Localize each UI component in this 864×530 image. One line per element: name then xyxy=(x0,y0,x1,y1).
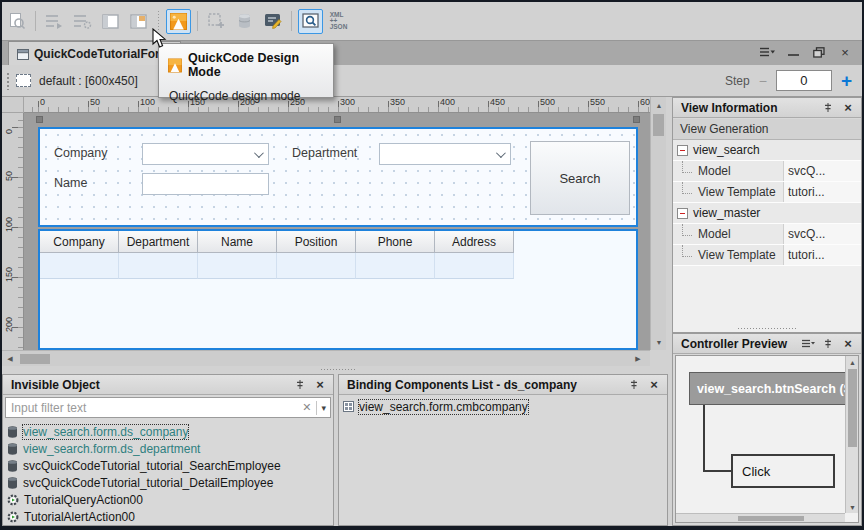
search-div-component[interactable]: Company Department Name Search xyxy=(38,127,638,227)
row-value[interactable]: tutori... xyxy=(783,182,861,202)
restore-icon[interactable] xyxy=(810,44,828,60)
panel-layout-icon[interactable] xyxy=(98,9,123,34)
close-icon[interactable]: × xyxy=(840,337,856,351)
object-label: TutorialAlertAction00 xyxy=(24,510,135,524)
splitter-grip xyxy=(320,368,356,372)
close-icon[interactable]: × xyxy=(312,378,328,392)
grid-column-header[interactable]: Name xyxy=(198,231,277,253)
controller-node[interactable]: view_search.btnSearch (Se xyxy=(689,372,847,405)
form-design-canvas[interactable]: Company Department Name Search Company D… xyxy=(24,113,650,350)
row-value[interactable]: svcQ... xyxy=(783,224,861,244)
grid-column-header[interactable]: Company xyxy=(40,231,119,253)
toolbar-separator xyxy=(291,11,292,31)
pin-icon[interactable] xyxy=(820,337,836,351)
panel-resize-grip[interactable] xyxy=(737,327,797,330)
collapse-icon[interactable] xyxy=(677,145,688,156)
dataset-icon xyxy=(7,477,18,489)
click-event-node[interactable]: Click xyxy=(731,454,835,488)
quickcode-mode-button[interactable] xyxy=(166,9,191,34)
scrollbar-thumb[interactable] xyxy=(20,354,50,364)
horizontal-splitter[interactable] xyxy=(2,366,668,374)
controller-preview-diagram: view_search.btnSearch (Se Click ▲ ▼ xyxy=(675,355,859,523)
resize-handle[interactable] xyxy=(334,116,341,123)
zoom-inspect-icon[interactable] xyxy=(298,9,323,34)
resize-handle[interactable] xyxy=(36,116,43,123)
database-icon[interactable] xyxy=(232,9,257,34)
scroll-up-icon[interactable]: ▲ xyxy=(846,356,859,368)
step-value-input[interactable] xyxy=(776,70,832,91)
grid-column-header[interactable]: Phone xyxy=(356,231,435,253)
tab-menu-icon[interactable] xyxy=(758,44,776,60)
preview-horizontal-scrollbar[interactable] xyxy=(676,513,845,522)
panel-title: View Information xyxy=(681,101,777,115)
row-value[interactable]: svcQ... xyxy=(783,161,861,181)
tree-row-view-template[interactable]: View Template tutori... xyxy=(673,182,861,203)
layout-selection-icon[interactable] xyxy=(16,74,31,87)
list-item[interactable]: view_search.form.cmbcompany xyxy=(341,398,665,415)
scroll-left-icon[interactable]: ◀ xyxy=(2,351,18,367)
scrollbar-thumb[interactable] xyxy=(653,114,664,136)
step-increment-button[interactable]: + xyxy=(841,73,852,89)
list-item[interactable]: view_search.form.ds_department xyxy=(5,440,331,457)
list-item[interactable]: TutorialQueryAction00 xyxy=(5,491,331,508)
list-item[interactable]: svcQuickCodeTutorial_tutorial_SearchEmpl… xyxy=(5,457,331,474)
tree-row-model[interactable]: Model svcQ... xyxy=(673,224,861,245)
step-label: Step xyxy=(725,74,750,88)
vruler-label: 0 xyxy=(4,129,14,134)
scroll-down-icon[interactable]: ▼ xyxy=(651,334,667,350)
panel-highlight-icon[interactable] xyxy=(126,9,151,34)
pin-icon[interactable] xyxy=(292,378,308,392)
close-icon[interactable]: × xyxy=(646,378,662,392)
name-edit-field[interactable] xyxy=(142,173,269,195)
canvas-vertical-scrollbar[interactable]: ▲ ▼ xyxy=(650,97,666,350)
generate-settings-icon[interactable] xyxy=(70,9,95,34)
vertical-ruler: 0 50 100 150 200 xyxy=(2,113,24,350)
panel-menu-icon[interactable] xyxy=(800,337,816,351)
grid-column-header[interactable]: Department xyxy=(119,231,198,253)
list-item[interactable]: view_search.form.ds_company xyxy=(5,423,331,440)
department-label: Department xyxy=(292,146,357,160)
generate-view-icon[interactable] xyxy=(42,9,67,34)
department-combobox[interactable] xyxy=(379,143,511,165)
search-button-label: Search xyxy=(559,171,600,186)
close-icon[interactable]: × xyxy=(836,44,854,60)
scroll-up-icon[interactable]: ▲ xyxy=(651,97,667,113)
name-label: Name xyxy=(54,176,87,190)
row-value[interactable]: tutori... xyxy=(783,245,861,265)
grid-column-header[interactable]: Address xyxy=(435,231,514,253)
filter-input[interactable] xyxy=(11,401,302,415)
scroll-down-icon[interactable]: ▼ xyxy=(846,501,859,513)
xml-json-view-icon[interactable]: XML ++ JSON xyxy=(326,9,351,34)
clear-filter-icon[interactable]: ✕ xyxy=(302,401,311,414)
search-button[interactable]: Search xyxy=(530,141,630,215)
resize-handle[interactable] xyxy=(633,116,640,123)
grid-column-header[interactable]: Position xyxy=(277,231,356,253)
tree-group-view-search[interactable]: view_search xyxy=(673,140,861,161)
result-grid-component[interactable]: Company Department Name Position Phone A… xyxy=(38,229,638,350)
add-frame-icon[interactable] xyxy=(204,9,229,34)
step-decrement-button[interactable]: − xyxy=(759,73,767,89)
group-label: view_master xyxy=(693,206,760,220)
collapse-icon[interactable] xyxy=(677,208,688,219)
pin-icon[interactable] xyxy=(820,101,836,115)
minimize-icon[interactable] xyxy=(784,44,802,60)
row-label: Model xyxy=(673,224,783,244)
preview-page-icon[interactable] xyxy=(4,9,29,34)
canvas-horizontal-scrollbar[interactable]: ◀ ▶ xyxy=(2,350,650,366)
list-item[interactable]: svcQuickCodeTutorial_tutorial_DetailEmpl… xyxy=(5,474,331,491)
list-item[interactable]: TutorialAlertAction00 xyxy=(5,508,331,525)
filter-dropdown-icon[interactable]: ▾ xyxy=(321,403,326,413)
tree-row-view-template[interactable]: View Template tutori... xyxy=(673,245,861,266)
scrollbar-thumb[interactable] xyxy=(738,516,804,521)
close-icon[interactable]: × xyxy=(840,101,856,115)
scrollbar-thumb[interactable] xyxy=(848,369,857,447)
company-combobox[interactable] xyxy=(142,143,269,165)
preview-vertical-scrollbar[interactable]: ▲ ▼ xyxy=(845,356,858,513)
scroll-right-icon[interactable]: ▶ xyxy=(630,351,646,367)
object-label: view_search.form.ds_department xyxy=(23,442,200,456)
tree-row-model[interactable]: Model svcQ... xyxy=(673,161,861,182)
pin-icon[interactable] xyxy=(626,378,642,392)
toolbar-grip[interactable] xyxy=(6,72,10,90)
script-editor-icon[interactable] xyxy=(260,9,285,34)
tree-group-view-master[interactable]: view_master xyxy=(673,203,861,224)
